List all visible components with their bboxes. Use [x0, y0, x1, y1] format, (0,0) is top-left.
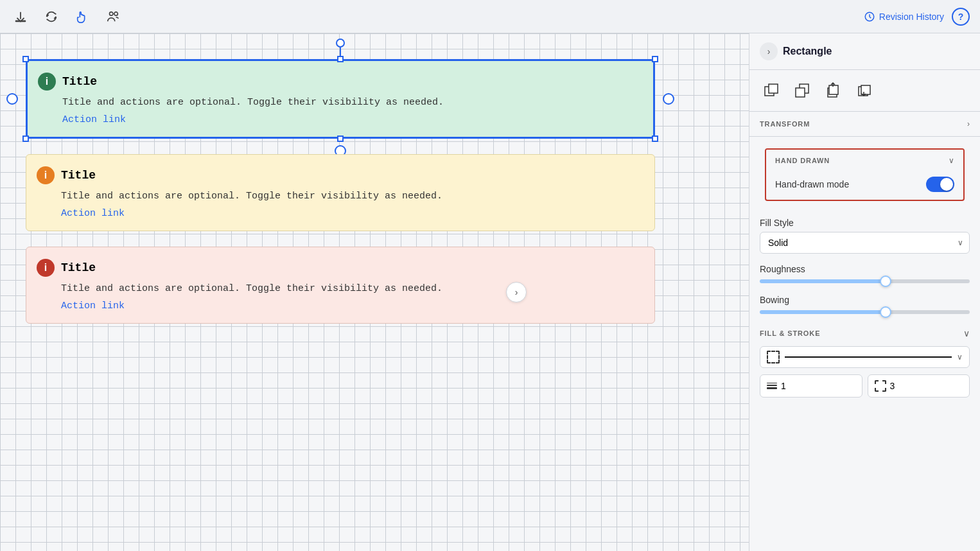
send-to-back-button[interactable]	[791, 79, 814, 102]
handle-bl[interactable]	[22, 136, 29, 142]
hand-drawn-toggle-row: Hand-drawn mode	[766, 171, 963, 200]
hand-tool-button[interactable]	[72, 6, 92, 27]
svg-point-1	[110, 12, 114, 15]
line-weight-icon	[767, 383, 777, 389]
refresh-button[interactable]	[41, 6, 62, 27]
card-green-header: i Title	[38, 73, 640, 91]
stroke-weight-2-box[interactable]: 3	[868, 374, 970, 398]
card-yellow[interactable]: i Title Title and actions are optional. …	[26, 154, 655, 231]
card-yellow-body: Title and actions are optional. Toggle t…	[61, 191, 642, 202]
help-button[interactable]: ?	[952, 8, 970, 26]
stroke-line	[785, 356, 952, 358]
stroke-dashed-icon	[767, 351, 780, 363]
panel-toggle-button[interactable]: ›	[506, 282, 527, 302]
card-yellow-header: i Title	[37, 166, 642, 184]
roughness-section: Roughness	[749, 261, 980, 292]
card-red-header: i Title	[37, 259, 642, 277]
handle-bc[interactable]	[337, 136, 344, 142]
top-toolbar: Revision History ?	[0, 0, 980, 33]
fill-style-select[interactable]: Solid None Hatch Cross-Hatch Dots Zigzag	[760, 232, 970, 254]
fill-style-label: Fill Style	[760, 218, 970, 228]
stroke-weight-2-value: 3	[890, 381, 895, 391]
stroke-picker-chevron-icon: ∨	[957, 353, 963, 362]
svg-point-2	[114, 12, 118, 15]
card-red-body: Title and actions are optional. Toggle t…	[61, 283, 642, 294]
fill-style-section: Fill Style Solid None Hatch Cross-Hatch …	[749, 213, 980, 261]
bowing-label: Bowing	[760, 295, 970, 305]
rotate-handle[interactable]	[336, 39, 345, 60]
panel-title: Rectangle	[783, 46, 832, 57]
roughness-slider[interactable]	[760, 279, 970, 283]
selected-card-wrapper: i Title Title and actions are optional. …	[26, 59, 655, 139]
card-red-title: Title	[61, 261, 96, 274]
card-green-body: Title and actions are optional. Toggle t…	[62, 97, 640, 108]
card-red-icon: i	[37, 259, 55, 277]
transform-chevron-icon: ›	[967, 119, 970, 128]
revision-history-button[interactable]: Revision History	[864, 11, 944, 22]
card-green-title: Title	[62, 75, 97, 88]
handle-tr[interactable]	[652, 56, 658, 62]
stroke-weight-1-box[interactable]: 1	[760, 374, 862, 398]
panel-icons-row	[749, 70, 980, 112]
hand-drawn-mode-label: Hand-drawn mode	[775, 179, 849, 189]
card-yellow-icon: i	[37, 166, 55, 184]
svg-rect-0	[15, 20, 26, 22]
top-right-actions: Revision History ?	[864, 8, 970, 26]
svg-rect-7	[796, 88, 805, 97]
hand-drawn-toggle[interactable]	[926, 177, 954, 192]
hand-drawn-chevron-icon: ∨	[949, 156, 954, 165]
bring-to-front-button[interactable]	[760, 79, 783, 102]
card-red-action[interactable]: Action link	[61, 301, 642, 311]
panel-header: › Rectangle	[749, 33, 980, 70]
collaborators-button[interactable]	[103, 6, 123, 27]
card-red-wrapper: i Title Title and actions are optional. …	[26, 247, 655, 324]
svg-rect-5	[769, 84, 778, 93]
card-green-action[interactable]: Action link	[62, 114, 640, 125]
card-yellow-wrapper: i Title Title and actions are optional. …	[26, 154, 655, 231]
panel-back-button[interactable]: ›	[760, 42, 778, 60]
card-yellow-title: Title	[61, 169, 96, 182]
fill-stroke-header[interactable]: FILL & STROKE ∨	[760, 328, 970, 338]
bowing-slider[interactable]	[760, 310, 970, 314]
move-forward-button[interactable]	[821, 79, 844, 102]
line-weight-row: 1 3	[760, 374, 970, 398]
move-backward-button[interactable]	[852, 79, 875, 102]
hand-drawn-header[interactable]: HAND DRAWN ∨	[766, 150, 963, 171]
hand-drawn-section-title: HAND DRAWN	[775, 157, 830, 164]
canvas-area[interactable]: ›	[0, 33, 749, 551]
stroke-weight-1-value: 1	[781, 381, 786, 391]
fill-stroke-section: FILL & STROKE ∨ ∨ 1	[749, 323, 980, 403]
fill-stroke-title: FILL & STROKE	[760, 329, 820, 337]
card-green-icon: i	[38, 73, 56, 91]
right-panel: › Rectangle	[749, 33, 980, 551]
handle-tc[interactable]	[337, 56, 344, 62]
stroke-picker[interactable]: ∨	[760, 346, 970, 368]
hand-drawn-section-wrapper: HAND DRAWN ∨ Hand-drawn mode	[749, 137, 980, 213]
handle-br[interactable]	[652, 136, 658, 142]
handle-tl[interactable]	[22, 56, 29, 62]
hand-drawn-section: HAND DRAWN ∨ Hand-drawn mode	[765, 148, 965, 201]
svg-rect-11	[861, 85, 870, 94]
save-button[interactable]	[10, 6, 31, 27]
transform-section-title: TRANSFORM	[760, 120, 810, 128]
bowing-section: Bowing	[749, 292, 980, 323]
transform-section: TRANSFORM ›	[749, 112, 980, 137]
transform-section-header[interactable]: TRANSFORM ›	[749, 112, 980, 136]
card-yellow-action[interactable]: Action link	[61, 208, 642, 219]
card-green[interactable]: i Title Title and actions are optional. …	[26, 59, 655, 139]
handle-ml[interactable]	[6, 93, 18, 105]
card-red[interactable]: i Title Title and actions are optional. …	[26, 247, 655, 324]
fill-style-select-wrapper: Solid None Hatch Cross-Hatch Dots Zigzag…	[760, 232, 970, 254]
fill-stroke-chevron-icon: ∨	[963, 328, 970, 338]
corner-radius-icon	[875, 380, 886, 392]
svg-rect-9	[829, 85, 838, 94]
canvas-content: i Title Title and actions are optional. …	[26, 59, 655, 324]
main-area: ›	[0, 33, 980, 551]
roughness-label: Roughness	[760, 264, 970, 274]
handle-mr[interactable]	[663, 93, 674, 105]
